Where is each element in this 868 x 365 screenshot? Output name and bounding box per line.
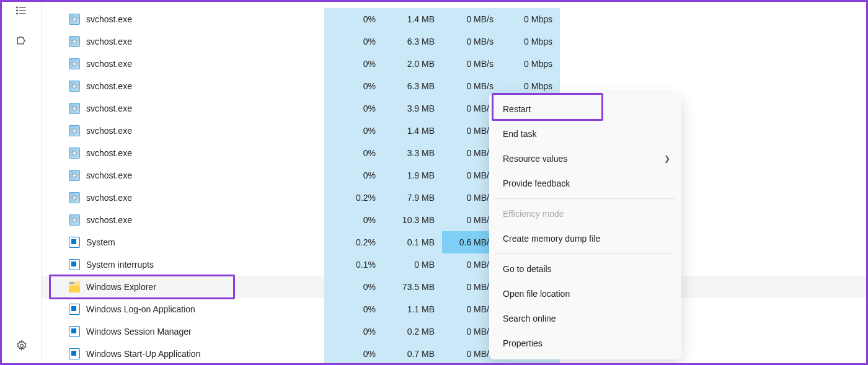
process-name: Windows Session Manager: [86, 327, 192, 336]
table-row[interactable]: svchost.exe0%6.3 MB0 MB/s0 Mbps: [42, 75, 866, 97]
cpu-cell: 0.1%: [324, 253, 383, 276]
service-icon: [69, 147, 80, 159]
cpu-cell: 0%: [324, 75, 383, 97]
disk-cell: 0 MB/s: [442, 53, 501, 75]
cpu-cell: 0%: [324, 164, 383, 187]
process-name: svchost.exe: [86, 215, 132, 225]
process-table: svchost.exe0%1.4 MB0 MB/s0 Mbpssvchost.e…: [42, 2, 866, 363]
memory-cell: 10.3 MB: [383, 209, 442, 231]
cpu-cell: 0%: [324, 298, 383, 320]
table-row[interactable]: svchost.exe0%10.3 MB0 MB/s: [42, 209, 866, 231]
network-cell: 0 Mbps: [501, 53, 560, 75]
table-row[interactable]: svchost.exe0%1.4 MB0 MB/s: [42, 120, 866, 142]
process-name: System interrupts: [86, 260, 154, 270]
svg-point-3: [17, 7, 18, 8]
process-name: svchost.exe: [86, 14, 132, 24]
memory-cell: 1.4 MB: [383, 120, 442, 142]
process-name: Windows Start-Up Application: [86, 349, 200, 359]
cpu-cell: 0%: [324, 8, 383, 30]
table-row[interactable]: Windows Start-Up Application0%0.7 MB0 MB…: [42, 343, 866, 365]
memory-cell: 3.9 MB: [383, 97, 442, 120]
service-icon: [69, 58, 80, 69]
service-icon: [69, 170, 80, 181]
menu-properties[interactable]: Properties: [489, 331, 681, 356]
service-icon: [69, 214, 80, 226]
chevron-right-icon: ❯: [664, 154, 670, 163]
service-icon: [69, 103, 80, 114]
cpu-cell: 0%: [324, 320, 383, 343]
settings-icon[interactable]: [13, 337, 30, 354]
menu-efficiency-mode: Efficiency mode: [489, 201, 681, 226]
menu-provide-feedback[interactable]: Provide feedback: [489, 171, 681, 196]
process-name: svchost.exe: [86, 170, 132, 180]
system-icon: [69, 237, 80, 248]
svg-point-6: [20, 345, 24, 348]
process-name: svchost.exe: [86, 148, 132, 158]
menu-open-location[interactable]: Open file location: [489, 281, 681, 306]
memory-cell: 1.9 MB: [383, 164, 442, 187]
cpu-cell: 0%: [324, 276, 383, 298]
table-row[interactable]: System0.2%0.1 MB0.6 MB/s: [42, 231, 866, 253]
table-row[interactable]: svchost.exe0.2%7.9 MB0 MB/s: [42, 187, 866, 209]
process-name: Windows Log-on Application: [86, 304, 195, 314]
menu-end-task[interactable]: End task: [489, 121, 681, 146]
process-name: Windows Explorer: [86, 282, 156, 292]
system-icon: [69, 259, 80, 270]
memory-cell: 0.1 MB: [383, 231, 442, 253]
process-name: svchost.exe: [86, 37, 132, 46]
process-name: svchost.exe: [86, 193, 132, 203]
process-name: svchost.exe: [86, 103, 132, 113]
table-row[interactable]: svchost.exe0%6.3 MB0 MB/s0 Mbps: [42, 30, 866, 53]
cpu-cell: 0%: [324, 343, 383, 365]
table-row[interactable]: Windows Explorer0%73.5 MB0 MB/s0 Mbps: [42, 276, 866, 298]
network-cell: 0 Mbps: [501, 30, 560, 53]
cpu-cell: 0.2%: [324, 187, 383, 209]
puzzle-icon[interactable]: [13, 32, 30, 49]
memory-cell: 73.5 MB: [383, 276, 442, 298]
memory-cell: 0 MB: [383, 253, 442, 276]
table-row[interactable]: svchost.exe0%3.9 MB0 MB/s: [42, 97, 866, 120]
cpu-cell: 0%: [324, 120, 383, 142]
folder-icon: [69, 281, 80, 292]
process-name: svchost.exe: [86, 126, 132, 136]
disk-cell: 0 MB/s: [442, 8, 501, 30]
system-icon: [69, 326, 80, 337]
memory-cell: 3.3 MB: [383, 142, 442, 164]
menu-create-dump[interactable]: Create memory dump file: [489, 226, 681, 251]
memory-cell: 6.3 MB: [383, 75, 442, 97]
process-name: System: [86, 237, 115, 247]
memory-cell: 1.1 MB: [383, 298, 442, 320]
memory-cell: 0.2 MB: [383, 320, 442, 343]
table-row[interactable]: svchost.exe0%2.0 MB0 MB/s0 Mbps: [42, 53, 866, 75]
table-row[interactable]: svchost.exe0%1.9 MB0 MB/s: [42, 164, 866, 187]
system-icon: [69, 304, 80, 315]
table-row[interactable]: Windows Log-on Application0%1.1 MB0 MB/s…: [42, 298, 866, 320]
process-name: svchost.exe: [86, 59, 132, 69]
sidebar: [2, 2, 42, 363]
service-icon: [69, 125, 80, 136]
service-icon: [69, 14, 80, 25]
context-menu: Restart End task Resource values ❯ Provi…: [489, 93, 681, 359]
memory-cell: 0.7 MB: [383, 343, 442, 365]
cpu-cell: 0%: [324, 53, 383, 75]
cpu-cell: 0%: [324, 209, 383, 231]
process-name: svchost.exe: [86, 81, 132, 91]
table-row[interactable]: System interrupts0.1%0 MB0 MB/s: [42, 253, 866, 276]
table-row[interactable]: svchost.exe0%3.3 MB0 MB/s: [42, 142, 866, 164]
system-icon: [69, 348, 80, 359]
cpu-cell: 0%: [324, 142, 383, 164]
menu-search-online[interactable]: Search online: [489, 306, 681, 331]
list-icon[interactable]: [13, 2, 30, 19]
menu-go-details[interactable]: Go to details: [489, 257, 681, 281]
menu-resource-values[interactable]: Resource values ❯: [489, 146, 681, 171]
memory-cell: 6.3 MB: [383, 30, 442, 53]
table-row[interactable]: svchost.exe0%1.4 MB0 MB/s0 Mbps: [42, 8, 866, 30]
table-row[interactable]: Windows Session Manager0%0.2 MB0 MB/s0 M…: [42, 320, 866, 343]
menu-restart[interactable]: Restart: [489, 97, 681, 121]
cpu-cell: 0.2%: [324, 231, 383, 253]
service-icon: [69, 192, 80, 203]
memory-cell: 7.9 MB: [383, 187, 442, 209]
svg-point-4: [17, 10, 18, 11]
cpu-cell: 0%: [324, 97, 383, 120]
memory-cell: 2.0 MB: [383, 53, 442, 75]
